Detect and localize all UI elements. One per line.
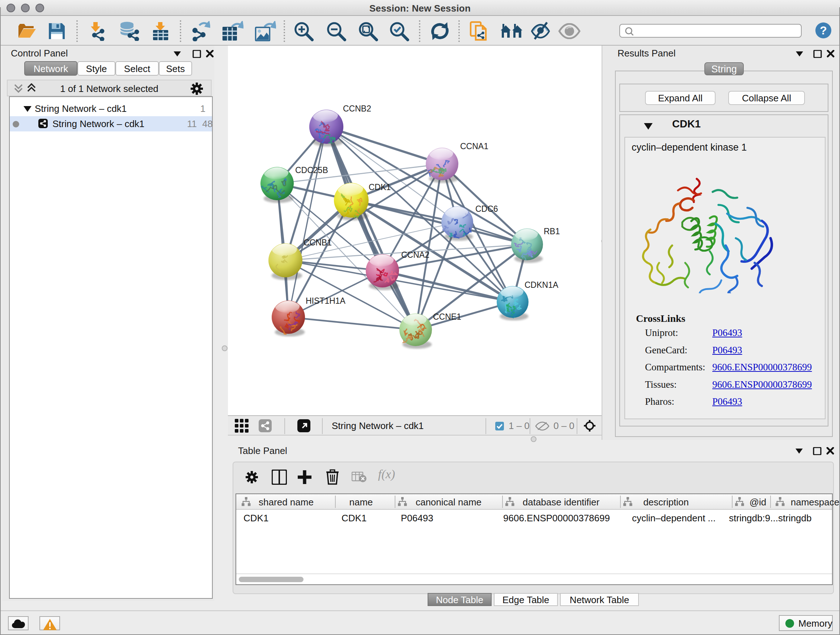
svg-text:CCNE1: CCNE1: [433, 312, 461, 321]
svg-text:CCNA1: CCNA1: [460, 141, 488, 151]
svg-text:CCNB1: CCNB1: [303, 238, 332, 247]
svg-text:CDC25B: CDC25B: [295, 165, 328, 175]
svg-text:CDK1: CDK1: [369, 182, 391, 192]
svg-text:?: ?: [820, 24, 827, 37]
svg-text:HIST1H1A: HIST1H1A: [306, 296, 346, 306]
svg-text:CDKN1A: CDKN1A: [524, 280, 559, 290]
svg-text:RB1: RB1: [544, 226, 560, 236]
svg-text:CCNA2: CCNA2: [401, 250, 429, 260]
svg-text:CDC6: CDC6: [475, 204, 498, 214]
svg-text:CCNB2: CCNB2: [343, 104, 371, 113]
